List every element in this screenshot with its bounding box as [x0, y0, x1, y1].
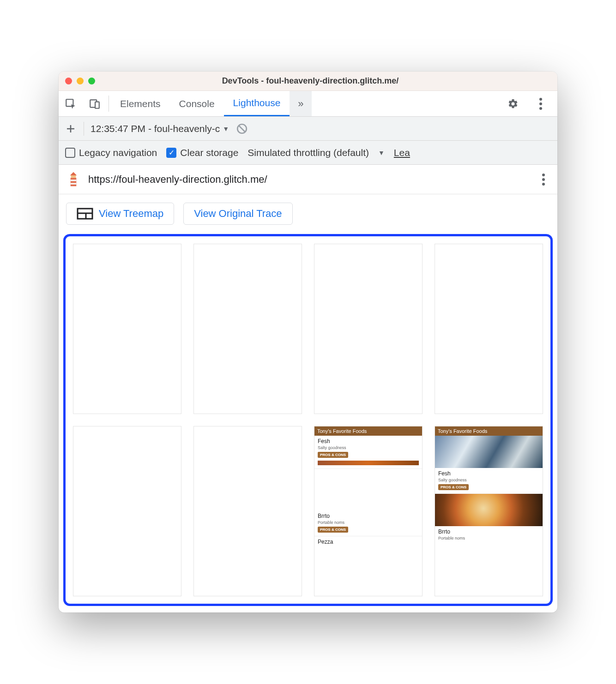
plus-icon	[65, 123, 76, 134]
svg-rect-10	[71, 180, 77, 181]
thumb-card: Brrto Portable noms PROS & CONS	[314, 510, 422, 536]
report-menu-button[interactable]	[537, 174, 550, 186]
clear-report-button[interactable]	[236, 122, 248, 135]
thumb-sub: Portable noms	[438, 536, 539, 540]
learn-more-link[interactable]: Lea	[394, 147, 410, 158]
svg-rect-2	[95, 102, 99, 108]
view-treemap-label: View Treemap	[99, 208, 163, 220]
thumb-header: Tony's Favorite Foods	[435, 426, 543, 436]
thumb-card: Pezza	[314, 536, 422, 549]
thumb-image-placeholder	[318, 461, 419, 465]
window-title: DevTools - foul-heavenly-direction.glitc…	[70, 76, 551, 86]
checkbox-unchecked-icon	[65, 148, 75, 158]
lighthouse-icon	[66, 171, 81, 188]
kebab-icon	[534, 98, 547, 110]
legacy-navigation-checkbox[interactable]: Legacy navigation	[65, 147, 157, 158]
clear-storage-checkbox[interactable]: ✓ Clear storage	[166, 147, 238, 158]
thumb-title: Brrto	[318, 513, 419, 519]
filmstrip-frame[interactable]	[73, 244, 181, 414]
svg-marker-7	[70, 172, 77, 175]
thumb-image-fish	[435, 436, 543, 468]
divider	[84, 122, 84, 136]
report-url: https://foul-heavenly-direction.glitch.m…	[88, 174, 530, 186]
svg-rect-11	[71, 183, 77, 185]
filmstrip-frame[interactable]	[193, 426, 302, 596]
filmstrip-frame[interactable]	[193, 244, 302, 414]
filmstrip-frame[interactable]	[314, 244, 423, 414]
svg-rect-8	[71, 175, 76, 178]
filmstrip-frame[interactable]	[435, 244, 543, 414]
tab-console[interactable]: Console	[170, 91, 224, 116]
thumb-title: Brrto	[438, 528, 539, 535]
filmstrip-highlight: Tony's Favorite Foods Fesh Salty goodnes…	[63, 234, 553, 606]
tab-lighthouse[interactable]: Lighthouse	[224, 91, 290, 116]
treemap-icon	[77, 208, 93, 220]
pros-cons-button: PROS & CONS	[438, 484, 469, 490]
learn-more-label: Lea	[394, 147, 410, 158]
gear-icon	[507, 98, 519, 109]
divider	[109, 96, 109, 112]
lighthouse-options: Legacy navigation ✓ Clear storage Simula…	[59, 141, 557, 165]
view-trace-button[interactable]: View Original Trace	[183, 203, 292, 225]
thumb-image-burrito	[435, 494, 543, 526]
thumb-card: Fesh Salty goodness PROS & CONS	[314, 436, 422, 469]
throttling-selector[interactable]: Simulated throttling (default)	[248, 147, 369, 158]
filmstrip-frame[interactable]	[73, 426, 181, 596]
new-report-button[interactable]	[64, 122, 77, 135]
thumb-title: Fesh	[438, 470, 539, 477]
more-menu-button[interactable]	[529, 98, 553, 110]
device-toolbar-icon[interactable]	[83, 91, 107, 116]
thumb-card: Brrto Portable noms	[435, 526, 543, 546]
thumb-sub: Salty goodness	[318, 445, 419, 450]
report-toolbar: 12:35:47 PM - foul-heavenly-c ▼	[59, 117, 557, 141]
thumb-sub: Salty goodness	[438, 478, 539, 482]
thumb-card: Fesh Salty goodness PROS & CONS	[435, 468, 543, 494]
report-selector[interactable]: 12:35:47 PM - foul-heavenly-c ▼	[91, 123, 229, 134]
report-url-row: https://foul-heavenly-direction.glitch.m…	[59, 165, 557, 194]
chevron-double-right-icon: »	[298, 98, 303, 110]
thumb-title: Fesh	[318, 438, 419, 444]
devtools-window: DevTools - foul-heavenly-direction.glitc…	[59, 72, 557, 612]
view-treemap-button[interactable]: View Treemap	[66, 203, 174, 225]
titlebar: DevTools - foul-heavenly-direction.glitc…	[59, 72, 557, 91]
chevron-down-icon: ▼	[378, 149, 385, 156]
filmstrip: Tony's Favorite Foods Fesh Salty goodnes…	[73, 244, 543, 596]
thumb-sub: Portable noms	[318, 520, 419, 525]
report-actions: View Treemap View Original Trace	[59, 194, 557, 234]
svg-line-6	[239, 126, 245, 132]
pros-cons-button: PROS & CONS	[318, 527, 348, 533]
settings-button[interactable]	[501, 98, 525, 109]
thumb-title: Pezza	[318, 539, 419, 545]
filmstrip-frame[interactable]: Tony's Favorite Foods Fesh Salty goodnes…	[314, 426, 423, 596]
thumb-header: Tony's Favorite Foods	[314, 426, 422, 436]
tab-elements[interactable]: Elements	[111, 91, 170, 116]
report-selector-label: 12:35:47 PM - foul-heavenly-c	[91, 123, 220, 134]
throttling-label: Simulated throttling (default)	[248, 147, 369, 158]
devtools-tabstrip: Elements Console Lighthouse »	[59, 91, 557, 117]
checkbox-checked-icon: ✓	[166, 148, 176, 158]
pros-cons-button: PROS & CONS	[318, 452, 348, 458]
filmstrip-frame[interactable]: Tony's Favorite Foods Fesh Salty goodnes…	[435, 426, 543, 596]
svg-rect-9	[71, 178, 77, 186]
legacy-navigation-label: Legacy navigation	[79, 147, 157, 158]
view-trace-label: View Original Trace	[194, 208, 282, 220]
inspect-element-icon[interactable]	[59, 91, 83, 116]
tabs-overflow-button[interactable]: »	[290, 91, 312, 116]
clear-storage-label: Clear storage	[180, 147, 238, 158]
chevron-down-icon: ▼	[223, 125, 229, 132]
no-entry-icon	[236, 123, 248, 135]
